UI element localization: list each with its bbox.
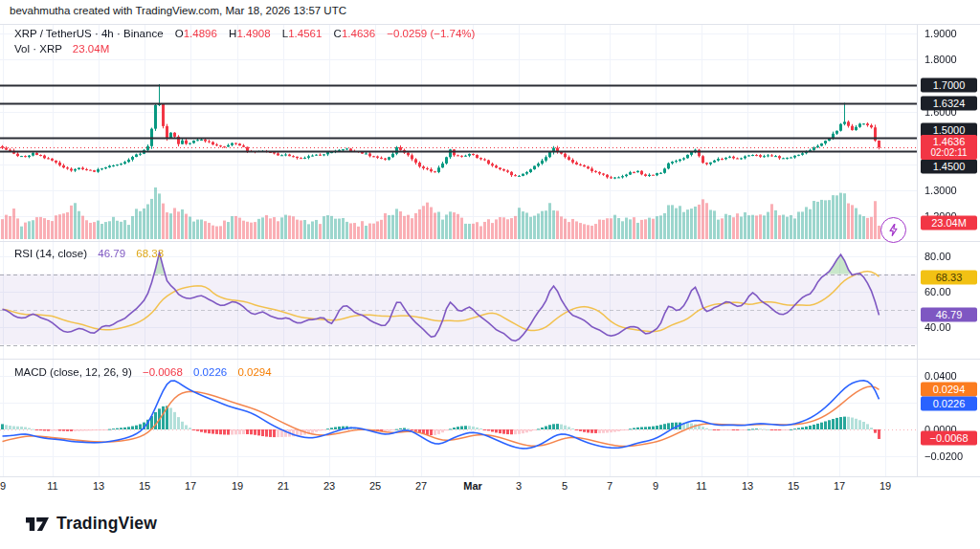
price-tick: 1.8000 <box>924 54 957 65</box>
change-value: −0.0259 (−1.74%) <box>387 28 475 39</box>
time-axis-label: 15 <box>788 480 799 492</box>
macd-legend[interactable]: MACD (close, 12, 26, 9) −0.0068 0.0226 0… <box>14 366 272 378</box>
macd-signal-badge: 0.0294 <box>921 383 977 397</box>
rsi-tick: 40.00 <box>924 321 951 333</box>
price-axis[interactable]: 1.9000 1.8000 1.6000 1.3000 1.2000 1.700… <box>917 24 980 476</box>
attribution-text: bevahmutha created with TradingView.com,… <box>10 5 346 16</box>
rsi-tick: 60.00 <box>924 286 951 297</box>
rsi-ma-value: 68.33 <box>136 248 164 259</box>
time-axis-label: 23 <box>323 480 335 492</box>
rsi-ma-badge: 68.33 <box>921 271 977 285</box>
volume-label: Vol · XRP <box>14 43 62 55</box>
macd-hist-value: −0.0068 <box>143 366 183 378</box>
time-axis-label: 25 <box>369 480 381 492</box>
ohlc-low: L1.4561 <box>282 28 323 39</box>
rsi-legend[interactable]: RSI (14, close) 46.79 68.33 <box>14 248 164 259</box>
tradingview-logo-text: TradingView <box>56 514 157 534</box>
time-axis-label: 11 <box>47 480 57 492</box>
volume-badge: 23.04M <box>921 216 977 231</box>
time-axis-label: 3 <box>516 480 522 492</box>
rsi-value-badge: 46.79 <box>921 308 977 322</box>
level-badge-1-7000: 1.7000 <box>921 78 977 93</box>
rsi-value: 46.79 <box>98 248 125 259</box>
time-axis-label: 27 <box>415 480 427 492</box>
last-price-badge: 1.4636 02:02:11 <box>921 135 977 160</box>
time-axis-label: 13 <box>93 480 104 492</box>
time-axis[interactable]: 9111315171921232527Mar35791113151719 <box>0 476 980 498</box>
level-badge-1-6324: 1.6324 <box>921 97 977 111</box>
last-price-value: 1.4636 <box>921 137 977 147</box>
ohlc-close: C1.4636 <box>334 28 376 39</box>
macd-tick: −0.0200 <box>924 450 963 462</box>
macd-tick: 0.0400 <box>924 370 957 382</box>
rsi-tick: 80.00 <box>924 251 951 262</box>
time-axis-label: Mar <box>463 480 482 492</box>
time-axis-label: 7 <box>607 480 612 492</box>
price-tick: 1.9000 <box>924 28 957 39</box>
rsi-label: RSI (14, close) <box>14 248 87 259</box>
time-axis-label: 9 <box>653 480 658 492</box>
symbol-title: XRP / TetherUS · 4h · Binance <box>14 28 164 39</box>
time-axis-label: 17 <box>185 480 196 492</box>
tradingview-logo[interactable]: TradingView <box>25 514 157 534</box>
volume-value: 23.04M <box>73 43 109 55</box>
lightning-bolt-icon <box>886 223 901 237</box>
symbol-legend[interactable]: XRP / TetherUS · 4h · Binance O1.4896 H1… <box>14 28 475 39</box>
time-axis-label: 19 <box>880 480 891 492</box>
ohlc-open: O1.4896 <box>175 28 217 39</box>
price-tick: 1.3000 <box>924 185 957 196</box>
level-badge-1-4500: 1.4500 <box>921 160 977 174</box>
pane-separator-macd[interactable] <box>0 359 980 360</box>
tradingview-logo-icon <box>25 515 50 534</box>
macd-line-badge: 0.0226 <box>921 397 977 411</box>
time-axis-label: 5 <box>562 480 568 492</box>
time-axis-label: 11 <box>696 480 706 492</box>
pane-separator-rsi[interactable] <box>0 241 980 242</box>
chart-top-border <box>0 24 980 25</box>
macd-signal-value: 0.0294 <box>237 366 271 378</box>
volume-legend[interactable]: Vol · XRP 23.04M <box>14 43 109 55</box>
macd-line-value: 0.0226 <box>193 366 227 378</box>
time-axis-label: 9 <box>0 480 6 492</box>
time-axis-label: 21 <box>278 480 289 492</box>
macd-label: MACD (close, 12, 26, 9) <box>14 366 132 378</box>
time-axis-label: 19 <box>232 480 243 492</box>
bar-countdown: 02:02:11 <box>921 147 977 158</box>
macd-hist-badge: −0.0068 <box>921 431 977 446</box>
time-axis-label: 15 <box>139 480 150 492</box>
time-axis-label: 13 <box>742 480 753 492</box>
time-axis-label: 17 <box>834 480 845 492</box>
boost-button[interactable] <box>880 217 906 243</box>
ohlc-high: H1.4908 <box>229 28 271 39</box>
